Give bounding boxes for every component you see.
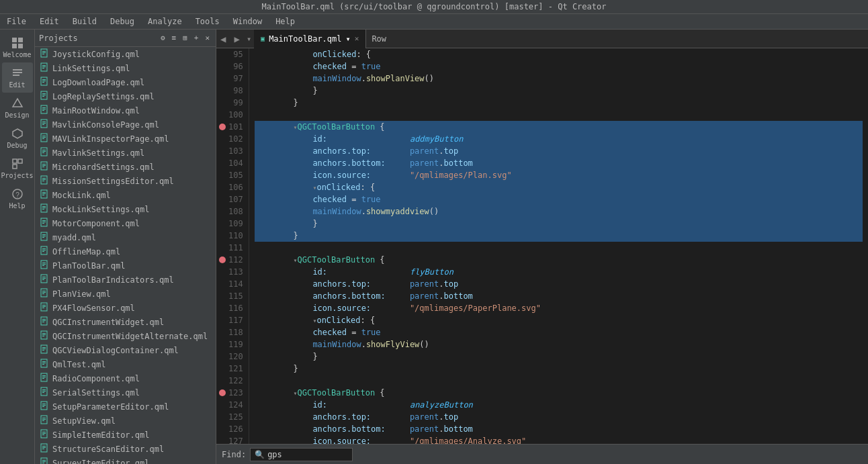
file-item[interactable]: QGCViewDialogContainer.qml xyxy=(35,343,216,357)
sidebar-btn-debug[interactable]: Debug xyxy=(2,123,33,153)
tab-nav-right[interactable]: ▶ xyxy=(230,31,243,47)
svg-rect-99 xyxy=(42,347,46,348)
file-item[interactable]: LogReplaySettings.qml xyxy=(35,89,216,103)
file-item[interactable]: SerialSettings.qml xyxy=(35,385,216,400)
file-item[interactable]: LogDownloadPage.qml xyxy=(35,75,216,89)
file-item[interactable]: OfflineMap.qml xyxy=(35,244,216,259)
svg-rect-104 xyxy=(42,363,46,363)
svg-rect-112 xyxy=(42,391,46,391)
file-item[interactable]: JoystickConfig.qml xyxy=(35,47,216,61)
file-item[interactable]: LinkSettings.qml xyxy=(35,61,216,75)
svg-rect-87 xyxy=(42,305,46,306)
file-item[interactable]: myadd.qml xyxy=(35,230,216,244)
tab-row-label: Row xyxy=(372,34,386,44)
tab-maintoolbar[interactable]: ▣ MainToolBar.qml ▾ ✕ xyxy=(254,30,366,48)
projects-panel: Projects ⚙ ≡ ⊞ + ✕ JoystickConfig.qmlLin… xyxy=(35,30,216,464)
file-name: MissionSettingsEditor.qml xyxy=(52,177,174,186)
breakpoint-indicator[interactable] xyxy=(219,389,226,396)
svg-rect-73 xyxy=(42,251,44,252)
file-name: SetupView.qml xyxy=(52,416,116,426)
file-item[interactable]: SetupParameterEditor.qml xyxy=(35,400,216,414)
file-item[interactable]: MavlinkSettings.qml xyxy=(35,146,216,160)
projects-label: Projects xyxy=(1,172,33,179)
tab-dropdown[interactable]: ▾ xyxy=(244,32,254,46)
file-item[interactable]: PlanToolBarIndicators.qml xyxy=(35,273,216,287)
svg-rect-53 xyxy=(42,181,44,181)
file-item[interactable]: MavlinkConsolePage.qml xyxy=(35,118,216,132)
qml-file-icon xyxy=(40,401,50,412)
svg-marker-7 xyxy=(13,99,22,107)
code-editor[interactable]: 9596979899100101102103104105106107108109… xyxy=(216,48,868,444)
file-item[interactable]: MainRootWindow.qml xyxy=(35,103,216,118)
projects-settings-btn[interactable]: ⚙ xyxy=(159,32,167,44)
qml-file-icon xyxy=(40,274,50,285)
projects-add-btn[interactable]: + xyxy=(192,32,201,44)
menu-item-edit[interactable]: Edit xyxy=(36,15,63,28)
svg-rect-76 xyxy=(42,264,46,265)
find-input[interactable] xyxy=(267,450,348,459)
projects-close-btn[interactable]: ✕ xyxy=(203,32,212,44)
breakpoint-indicator[interactable] xyxy=(219,124,226,130)
svg-rect-0 xyxy=(12,38,17,42)
qml-file-icon xyxy=(40,330,50,342)
qml-file-icon xyxy=(40,105,50,116)
file-name: JoystickConfig.qml xyxy=(52,50,140,59)
code-line: anchors.bottom: parent.bottom xyxy=(255,290,863,302)
sidebar-btn-welcome[interactable]: Welcome xyxy=(2,32,33,62)
file-item[interactable]: QmlTest.qml xyxy=(35,357,216,371)
file-item[interactable]: QGCInstrumentWidget.qml xyxy=(35,315,216,329)
file-item[interactable]: SurveyItemEditor.qml xyxy=(35,456,216,464)
svg-rect-1 xyxy=(18,38,23,42)
svg-rect-24 xyxy=(42,81,46,81)
file-item[interactable]: SetupView.qml xyxy=(35,414,216,428)
code-line xyxy=(255,375,863,387)
svg-rect-103 xyxy=(42,361,46,362)
menu-item-window[interactable]: Window xyxy=(229,15,266,28)
file-item[interactable]: PX4FlowSensor.qml xyxy=(35,301,216,315)
line-number: 125 xyxy=(219,411,243,423)
sidebar-btn-help[interactable]: ?Help xyxy=(2,183,33,214)
file-item[interactable]: MAVLinkInspectorPage.qml xyxy=(35,132,216,146)
menu-item-debug[interactable]: Debug xyxy=(106,15,138,28)
line-number: 102 xyxy=(219,133,243,145)
file-item[interactable]: MotorComponent.qml xyxy=(35,216,216,230)
breakpoint-indicator[interactable] xyxy=(219,257,226,263)
file-item[interactable]: MockLinkSettings.qml xyxy=(35,202,216,216)
code-line: ▾QGCToolBarButton { xyxy=(255,387,863,399)
file-item[interactable]: PlanView.qml xyxy=(35,287,216,301)
tab-close-btn[interactable]: ✕ xyxy=(355,34,359,43)
menu-item-file[interactable]: File xyxy=(3,15,30,28)
tab-nav-left[interactable]: ◀ xyxy=(216,31,230,47)
projects-split-btn[interactable]: ⊞ xyxy=(181,32,189,44)
file-item[interactable]: SimpleItemEditor.qml xyxy=(35,428,216,442)
menu-item-analyze[interactable]: Analyze xyxy=(144,15,186,28)
svg-rect-111 xyxy=(42,389,46,390)
menu-item-build[interactable]: Build xyxy=(69,15,101,28)
qml-file-icon xyxy=(40,62,50,74)
file-name: QGCViewDialogContainer.qml xyxy=(52,346,179,355)
file-item[interactable]: MockLink.qml xyxy=(35,188,216,202)
sidebar-btn-edit[interactable]: Edit xyxy=(2,62,33,93)
file-item[interactable]: StructureScanEditor.qml xyxy=(35,442,216,456)
code-line: } xyxy=(255,85,863,97)
svg-rect-109 xyxy=(42,378,44,379)
svg-rect-127 xyxy=(42,446,46,447)
menu-item-help[interactable]: Help xyxy=(271,15,299,28)
file-item[interactable]: PlanToolBar.qml xyxy=(35,259,216,273)
tab-dropdown-icon[interactable]: ▾ xyxy=(346,34,351,44)
sidebar-btn-design[interactable]: Design xyxy=(2,93,33,123)
sidebar-btn-projects[interactable]: Projects xyxy=(2,153,33,183)
file-name: QmlTest.qml xyxy=(52,360,105,369)
projects-filter-btn[interactable]: ≡ xyxy=(170,32,179,44)
line-number: 107 xyxy=(219,193,243,205)
file-item[interactable]: QGCInstrumentWidgetAlternate.qml xyxy=(35,329,216,343)
svg-rect-113 xyxy=(42,392,44,393)
file-item[interactable]: RadioComponent.qml xyxy=(35,371,216,385)
file-item[interactable]: MissionSettingsEditor.qml xyxy=(35,174,216,188)
code-line: anchors.top: parent.top xyxy=(255,145,863,157)
file-item[interactable]: MicrohardSettings.qml xyxy=(35,160,216,174)
debug-label: Debug xyxy=(7,142,27,149)
menu-item-tools[interactable]: Tools xyxy=(191,15,224,28)
file-name: LogDownloadPage.qml xyxy=(52,78,144,87)
code-line: id: analyzeButton xyxy=(255,399,863,411)
